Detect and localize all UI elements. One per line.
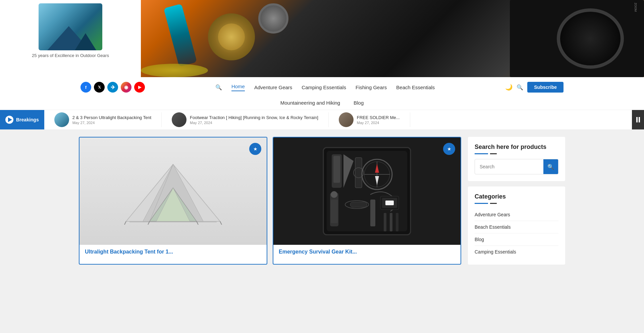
svg-rect-27 bbox=[350, 202, 367, 207]
category-beach-essentials[interactable]: Beach Essentials bbox=[475, 221, 558, 233]
breaking-content-1: 2 & 3 Person Ultralight Backpacking Tent… bbox=[72, 115, 151, 125]
svg-line-7 bbox=[220, 221, 222, 225]
breaking-date-2: May 27, 2024 bbox=[190, 121, 318, 125]
categories-title: Categories bbox=[475, 193, 558, 200]
breaking-title-3: FREE SOLDIER Me... bbox=[357, 115, 400, 120]
breaking-label: Breakings bbox=[0, 110, 44, 129]
svg-rect-25 bbox=[331, 200, 338, 223]
nav-search-icon[interactable]: 🔍 bbox=[215, 84, 222, 91]
categories-underline-blue bbox=[475, 203, 488, 204]
svg-point-24 bbox=[331, 191, 337, 198]
search-widget: Search here for products 🔍 bbox=[468, 137, 565, 181]
breaking-title-1: 2 & 3 Person Ultralight Backpacking Tent bbox=[72, 115, 151, 120]
rope-icon bbox=[141, 64, 208, 77]
camera-lens bbox=[557, 8, 624, 69]
breaking-title-2: Footwear Traction [ Hiking] [Running in … bbox=[190, 115, 318, 120]
youtube-button[interactable]: ▶ bbox=[134, 82, 145, 93]
dark-mode-button[interactable]: 🌙 bbox=[505, 84, 513, 91]
nav-camping-essentials[interactable]: Camping Essentials bbox=[302, 85, 346, 90]
facebook-button[interactable]: f bbox=[80, 82, 91, 93]
breaking-text: Breakings bbox=[16, 117, 39, 122]
kit-svg bbox=[317, 141, 417, 241]
search-widget-title: Search here for products bbox=[475, 144, 558, 151]
products-grid: ★ Ultralight Backpacking Tent for 1... bbox=[79, 137, 461, 265]
breaking-pause-button[interactable] bbox=[632, 110, 644, 130]
categories-underline-dark bbox=[490, 203, 497, 204]
compass-icon bbox=[208, 13, 255, 60]
underline-blue bbox=[475, 153, 488, 154]
hero-banner-bg: ZOOM bbox=[141, 0, 644, 77]
svg-rect-31 bbox=[385, 201, 394, 205]
main-content: ★ Ultralight Backpacking Tent for 1... bbox=[0, 130, 644, 271]
social-links: f 𝕏 ✈ ◉ ▶ bbox=[80, 82, 145, 93]
hero-section: 25 years of Excillence in Outdoor Gears … bbox=[0, 0, 644, 77]
product-title-2: Emergency Survival Gear Kit... bbox=[273, 245, 461, 258]
nav-home[interactable]: Home bbox=[231, 84, 245, 91]
breaking-thumb-1 bbox=[54, 112, 69, 127]
camera-body: ZOOM bbox=[510, 0, 644, 77]
categories-underline bbox=[475, 203, 558, 204]
compass-inner bbox=[218, 23, 245, 50]
product-title-1: Ultralight Backpacking Tent for 1... bbox=[79, 245, 267, 258]
subscribe-button[interactable]: Subscribe bbox=[527, 82, 564, 93]
breaking-news-bar: Breakings 2 & 3 Person Ultralight Backpa… bbox=[0, 110, 644, 130]
search-input-row: 🔍 bbox=[475, 159, 558, 174]
category-camping-essentials[interactable]: Camping Essentials bbox=[475, 246, 558, 258]
product-card-2: ★ Emergency Survival Gear Kit... bbox=[273, 137, 461, 265]
nav-right: 🌙 🔍 Subscribe bbox=[505, 82, 564, 93]
bookmark-button-1[interactable]: ★ bbox=[249, 143, 261, 155]
categories-widget: Categories Adventure Gears Beach Essenti… bbox=[468, 186, 565, 265]
nav-items: 🔍 Home Adventure Gears Camping Essential… bbox=[215, 84, 435, 91]
nav-blog[interactable]: Blog bbox=[354, 100, 364, 106]
breaking-date-1: May 27, 2024 bbox=[72, 121, 151, 125]
nav-fishing-gears[interactable]: Fishing Gears bbox=[356, 85, 387, 90]
search-toggle-button[interactable]: 🔍 bbox=[517, 84, 523, 91]
breaking-content-2: Footwear Traction [ Hiking] [Running in … bbox=[190, 115, 318, 125]
instagram-button[interactable]: ◉ bbox=[121, 82, 131, 93]
product-image-kit bbox=[273, 137, 461, 245]
hero-right-banner: ZOOM bbox=[141, 0, 644, 77]
breaking-item-2[interactable]: Footwear Traction [ Hiking] [Running in … bbox=[162, 112, 329, 127]
search-title-underline bbox=[475, 153, 558, 154]
svg-rect-15 bbox=[355, 158, 362, 188]
telegram-button[interactable]: ✈ bbox=[107, 82, 118, 93]
play-triangle bbox=[8, 117, 12, 122]
svg-rect-34 bbox=[396, 213, 398, 231]
navbar-row2: Mountaineering and Hiking Blog bbox=[0, 97, 644, 110]
sidebar: Search here for products 🔍 Categories Ad… bbox=[468, 137, 565, 265]
search-submit-icon: 🔍 bbox=[547, 164, 554, 170]
product-card-1: ★ Ultralight Backpacking Tent for 1... bbox=[79, 137, 267, 265]
cookware-icon bbox=[258, 3, 288, 34]
pause-bar-1 bbox=[636, 117, 638, 122]
x-twitter-button[interactable]: 𝕏 bbox=[94, 82, 105, 93]
navbar: f 𝕏 ✈ ◉ ▶ 🔍 Home Adventure Gears Camping… bbox=[0, 77, 644, 97]
svg-rect-13 bbox=[333, 156, 340, 183]
breaking-play-icon bbox=[5, 116, 13, 124]
svg-line-6 bbox=[124, 221, 126, 225]
nav-adventure-gears[interactable]: Adventure Gears bbox=[254, 85, 292, 90]
hero-logo-image bbox=[39, 3, 102, 50]
breaking-content-3: FREE SOLDIER Me... May 27, 2024 bbox=[357, 115, 400, 125]
pause-bar-2 bbox=[639, 117, 640, 122]
pause-icon bbox=[636, 117, 640, 122]
category-adventure-gears[interactable]: Adventure Gears bbox=[475, 209, 558, 221]
svg-rect-32 bbox=[384, 213, 386, 231]
search-input[interactable] bbox=[475, 161, 543, 173]
hero-tagline: 25 years of Excillence in Outdoor Gears bbox=[32, 53, 109, 58]
nav-beach-essentials[interactable]: Beach Essentials bbox=[396, 85, 435, 90]
bookmark-button-2[interactable]: ★ bbox=[443, 143, 455, 155]
nav-mountaineering[interactable]: Mountaineering and Hiking bbox=[280, 100, 340, 106]
breaking-thumb-2 bbox=[172, 112, 186, 127]
product-image-tent bbox=[79, 137, 267, 245]
breaking-item-3[interactable]: FREE SOLDIER Me... May 27, 2024 bbox=[329, 112, 410, 127]
category-blog[interactable]: Blog bbox=[475, 233, 558, 246]
breaking-date-3: May 27, 2024 bbox=[357, 121, 400, 125]
svg-rect-28 bbox=[370, 200, 375, 226]
search-submit-button[interactable]: 🔍 bbox=[543, 159, 558, 174]
hero-left: 25 years of Excillence in Outdoor Gears bbox=[0, 0, 141, 77]
breaking-item-1[interactable]: 2 & 3 Person Ultralight Backpacking Tent… bbox=[44, 112, 162, 127]
tent-svg bbox=[123, 158, 223, 225]
breaking-thumb-3 bbox=[339, 112, 354, 127]
underline-dark bbox=[490, 153, 497, 154]
breaking-items-list: 2 & 3 Person Ultralight Backpacking Tent… bbox=[44, 112, 632, 127]
